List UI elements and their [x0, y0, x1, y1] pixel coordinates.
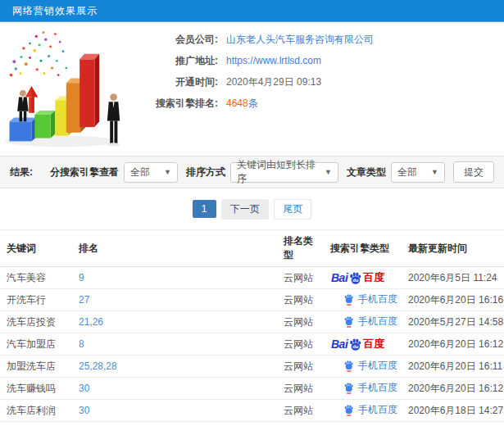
rank-link[interactable]: 25,28,28 [79, 360, 117, 372]
engine-cell: Bai du 百度 [324, 333, 402, 356]
bar-blue [10, 118, 37, 142]
engine-cell: Bai du 百度 [324, 422, 402, 426]
mobile-baidu-paw-icon [343, 315, 354, 328]
keyword-cell: 开洗车行 [0, 289, 72, 311]
baidu-logo: Bai du 百度 [331, 270, 384, 285]
company-label: 会员公司: [146, 29, 218, 50]
engine-select[interactable]: 全部 ▼ [124, 162, 178, 183]
title-bar: 网络营销效果展示 [0, 0, 504, 22]
rank-type-cell: 云网站 [277, 289, 324, 311]
rank-cell: 21,26 [72, 311, 277, 333]
svg-text:du: du [353, 344, 360, 349]
rank-type-cell: 云网站 [277, 378, 324, 400]
engine-cell: 手机百度 [324, 378, 402, 400]
header-keyword: 关键词 [0, 230, 72, 267]
rank-cell: 30 [72, 378, 277, 400]
bar-red [79, 54, 99, 127]
account-info-list: 会员公司: 山东老人头汽车服务咨询有限公司 推广地址: https://www.… [146, 22, 374, 156]
rank-cell: 9 [72, 267, 277, 289]
mobile-baidu-paw-icon [343, 404, 354, 416]
mobile-baidu-badge: 手机百度 [343, 381, 397, 395]
open-time-label: 开通时间: [146, 71, 218, 93]
info-row-url: 推广地址: https://www.lrtlsd.com [146, 50, 374, 71]
bar-green [34, 111, 55, 138]
baidu-bai-text: Bai [331, 271, 347, 284]
rank-link[interactable]: 21,26 [79, 316, 103, 328]
rank-cell: 27 [72, 289, 277, 311]
svg-text:du: du [353, 278, 360, 283]
updated-cell: 2020年6月20日 16:12 [402, 378, 504, 400]
ranking-count-value: 4648条 [226, 93, 258, 114]
page-title: 网络营销效果展示 [12, 4, 98, 18]
rank-type-cell: 云网站 [277, 311, 324, 333]
table-header-row: 关键词 排名 排名类型 搜索引擎类型 最新更新时间 [0, 230, 504, 267]
promo-url-link[interactable]: https://www.lrtlsd.com [226, 50, 321, 71]
last-page-button[interactable]: 尾页 [274, 199, 311, 220]
submit-button[interactable]: 提交 [453, 161, 494, 183]
table-row: 洗车店利润 30 云网站 手机百度 2020年6月18日 14:27 [0, 400, 504, 422]
keyword-cell: 汽车加盟店 [0, 333, 72, 356]
rank-type-cell: 云网站 [277, 400, 324, 422]
sort-select[interactable]: 关键词由短到长排序 ▼ [230, 162, 338, 183]
chevron-down-icon: ▼ [325, 168, 332, 176]
updated-cell: 2020年6月18日 14:27 [402, 400, 504, 422]
updated-cell: 2020年6月20日 16:12 [402, 333, 504, 356]
chevron-down-icon: ▼ [431, 168, 438, 176]
rank-link[interactable]: 30 [79, 383, 89, 394]
keyword-cell: 洗车店加盟 [0, 422, 72, 426]
rank-type-cell: 云网站 [277, 356, 324, 378]
baidu-bai-text: Bai [331, 338, 347, 351]
promo-url-label: 推广地址: [146, 50, 218, 71]
rank-cell: 30 [72, 400, 277, 422]
next-page-button[interactable]: 下一页 [221, 199, 269, 220]
baidu-paw-icon: du [348, 271, 362, 285]
table-row: 加盟洗车店 25,28,28 云网站 手机百度 2020年6月20日 16:11 [0, 356, 504, 378]
rank-link[interactable]: 8 [79, 338, 84, 350]
rank-cell: 25,28,28 [72, 356, 277, 378]
page-1-button[interactable]: 1 [193, 200, 216, 218]
updated-cell: 2020年6月18日 14:30 [402, 422, 504, 426]
rank-link[interactable]: 9 [79, 272, 84, 283]
keyword-cell: 洗车赚钱吗 [0, 378, 72, 400]
rankings-table: 关键词 排名 排名类型 搜索引擎类型 最新更新时间 汽车美容 9 云网站 Bai… [0, 229, 504, 426]
rank-link[interactable]: 30 [79, 405, 89, 416]
mobile-baidu-paw-icon [343, 382, 354, 394]
rank-type-cell: 云网站 [277, 333, 324, 356]
baidu-logo: Bai du 百度 [331, 337, 384, 351]
header-engine-type: 搜索引擎类型 [324, 230, 402, 267]
baidu-paw-icon: du [348, 338, 362, 351]
table-row: 汽车美容 9 云网站 Bai du 百度 2020年6月5日 11:24 [0, 267, 504, 289]
mobile-baidu-label: 手机百度 [358, 381, 397, 395]
rank-type-cell: 云网站 [277, 267, 324, 289]
header-rank-type: 排名类型 [277, 230, 324, 267]
info-row-company: 会员公司: 山东老人头汽车服务咨询有限公司 [146, 29, 374, 50]
info-row-ranking-count: 搜索引擎排名: 4648条 [146, 93, 374, 114]
account-info-section: 会员公司: 山东老人头汽车服务咨询有限公司 推广地址: https://www.… [0, 22, 504, 156]
updated-cell: 2020年5月27日 14:58 [402, 311, 504, 333]
filter-bar: 结果: 分搜索引擎查看 全部 ▼ 排序方式 关键词由短到长排序 ▼ 文章类型 全… [0, 156, 504, 188]
article-type-select-value: 全部 [397, 165, 417, 179]
mobile-baidu-badge: 手机百度 [343, 315, 397, 329]
businessman-right [107, 93, 120, 146]
table-row: 洗车店加盟 3 云网站 Bai du 百度 2020年6月18日 14:30 [0, 422, 504, 426]
sort-select-value: 关键词由短到长排序 [237, 158, 318, 186]
header-updated: 最新更新时间 [402, 230, 504, 267]
rank-link[interactable]: 27 [79, 294, 89, 306]
mobile-baidu-label: 手机百度 [358, 315, 397, 329]
baidu-cn-text: 百度 [363, 337, 384, 351]
keyword-cell: 洗车店投资 [0, 311, 72, 333]
table-row: 汽车加盟店 8 云网站 Bai du 百度 2020年6月20日 16:12 [0, 333, 504, 356]
company-link[interactable]: 山东老人头汽车服务咨询有限公司 [226, 29, 374, 50]
engine-cell: Bai du 百度 [324, 267, 402, 289]
filter-controls: 分搜索引擎查看 全部 ▼ 排序方式 关键词由短到长排序 ▼ 文章类型 全部 ▼ … [42, 161, 494, 183]
engine-cell: 手机百度 [324, 356, 402, 378]
baidu-cn-text: 百度 [363, 270, 384, 285]
article-type-select[interactable]: 全部 ▼ [391, 162, 445, 183]
updated-cell: 2020年6月5日 11:24 [402, 267, 504, 289]
growth-chart-illustration [0, 22, 146, 153]
table-row: 洗车赚钱吗 30 云网站 手机百度 2020年6月20日 16:12 [0, 378, 504, 400]
mobile-baidu-paw-icon [343, 293, 354, 306]
keyword-cell: 洗车店利润 [0, 400, 72, 422]
ranking-count-label: 搜索引擎排名: [146, 93, 218, 114]
mobile-baidu-paw-icon [343, 360, 354, 372]
